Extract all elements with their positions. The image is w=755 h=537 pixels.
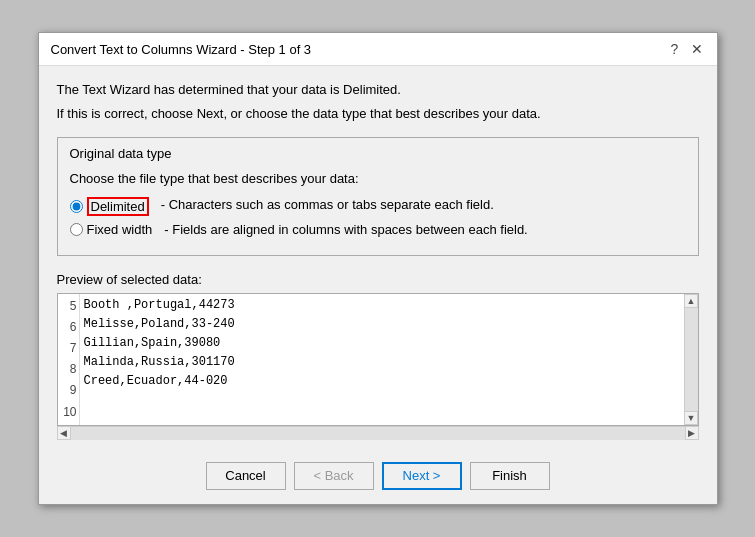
finish-button[interactable]: Finish xyxy=(470,462,550,490)
delimited-row: Delimited - Characters such as commas or… xyxy=(70,197,686,216)
preview-line: Malinda,Russia,301170 xyxy=(84,353,680,372)
original-data-type-group: Original data type Choose the file type … xyxy=(57,137,699,256)
preview-section: Preview of selected data: 5678910 Booth … xyxy=(57,272,699,440)
line-number: 9 xyxy=(58,380,79,401)
preview-label: Preview of selected data: xyxy=(57,272,699,287)
line-number: 10 xyxy=(58,402,79,423)
info-line2: If this is correct, choose Next, or choo… xyxy=(57,104,699,124)
next-button[interactable]: Next > xyxy=(382,462,462,490)
preview-line: Creed,Ecuador,44-020 xyxy=(84,372,680,391)
help-button[interactable]: ? xyxy=(667,41,683,57)
dialog-title: Convert Text to Columns Wizard - Step 1 … xyxy=(51,42,312,57)
back-button[interactable]: < Back xyxy=(294,462,374,490)
preview-area: 5678910 Booth ,Portugal,44273Melisse,Pol… xyxy=(57,293,699,426)
delimited-option[interactable]: Delimited xyxy=(70,197,149,216)
line-number: 6 xyxy=(58,317,79,338)
close-button[interactable]: ✕ xyxy=(689,41,705,57)
line-number: 8 xyxy=(58,359,79,380)
delimited-label-highlight: Delimited xyxy=(87,197,149,216)
button-row: Cancel < Back Next > Finish xyxy=(39,450,717,504)
info-line1: The Text Wizard has determined that your… xyxy=(57,80,699,100)
line-numbers: 5678910 xyxy=(58,294,80,425)
fixed-width-radio[interactable] xyxy=(70,223,83,236)
scroll-right-arrow[interactable]: ▶ xyxy=(685,426,699,440)
line-number: 7 xyxy=(58,338,79,359)
preview-line: Gillian,Spain,39080 xyxy=(84,334,680,353)
dialog-body: The Text Wizard has determined that your… xyxy=(39,66,717,450)
preview-line: Booth ,Portugal,44273 xyxy=(84,296,680,315)
preview-line: Melisse,Poland,33-240 xyxy=(84,315,680,334)
scroll-up-arrow[interactable]: ▲ xyxy=(684,294,698,308)
scroll-track-v[interactable] xyxy=(685,308,698,411)
group-title: Original data type xyxy=(70,146,686,161)
vertical-scrollbar[interactable]: ▲ ▼ xyxy=(684,294,698,425)
cancel-button[interactable]: Cancel xyxy=(206,462,286,490)
title-controls: ? ✕ xyxy=(667,41,705,57)
delimited-radio[interactable] xyxy=(70,200,83,213)
fixed-width-desc: - Fields are aligned in columns with spa… xyxy=(164,222,527,237)
fixed-width-option[interactable]: Fixed width xyxy=(70,222,153,237)
line-number: 5 xyxy=(58,296,79,317)
choose-label: Choose the file type that best describes… xyxy=(70,169,686,189)
preview-content: Booth ,Portugal,44273Melisse,Poland,33-2… xyxy=(80,294,684,425)
scroll-left-arrow[interactable]: ◀ xyxy=(57,426,71,440)
scroll-track-h[interactable] xyxy=(71,427,685,440)
delimited-desc: - Characters such as commas or tabs sepa… xyxy=(161,197,494,212)
scroll-down-arrow[interactable]: ▼ xyxy=(684,411,698,425)
fixed-width-label[interactable]: Fixed width xyxy=(87,222,153,237)
dialog: Convert Text to Columns Wizard - Step 1 … xyxy=(38,32,718,505)
fixed-width-row: Fixed width - Fields are aligned in colu… xyxy=(70,222,686,237)
delimited-label[interactable]: Delimited xyxy=(87,197,149,216)
title-bar: Convert Text to Columns Wizard - Step 1 … xyxy=(39,33,717,66)
horizontal-scrollbar-wrap: ◀ ▶ xyxy=(57,426,699,440)
